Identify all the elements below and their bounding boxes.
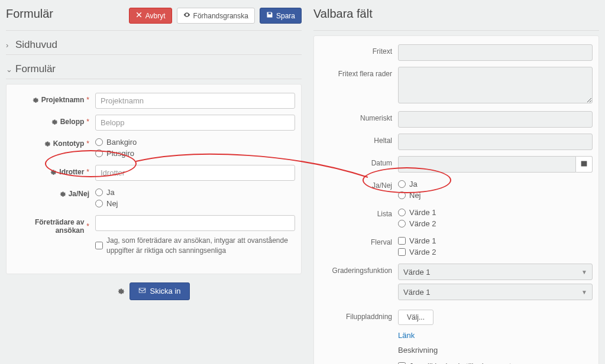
required-mark: *	[86, 139, 89, 148]
flerval-v1-check[interactable]	[398, 237, 406, 245]
plusgiro-label: Plusgiro	[106, 149, 134, 158]
kontotyp-labeltext: Kontotyp	[53, 139, 85, 148]
header-buttons: Avbryt Förhandsgranska Spara	[129, 8, 302, 24]
flerval-v2-check[interactable]	[398, 248, 406, 256]
lank-spacer	[320, 331, 398, 334]
gear-icon[interactable]	[50, 169, 57, 176]
calendar-icon	[580, 160, 588, 169]
foretradare-label: Företrädare av ansökan*	[12, 215, 95, 235]
required-mark: *	[86, 168, 89, 176]
chevron-right-icon: ›	[6, 41, 14, 50]
section-formular[interactable]: ⌄ Formulär	[6, 60, 302, 79]
form-panel: Projektnamn* Belopp* Kontotyp* Bankgiro	[6, 84, 302, 274]
bankgiro-label: Bankgiro	[106, 138, 137, 147]
lista-label: Lista	[320, 207, 398, 218]
beskrivning-text: Beskrivning	[398, 346, 438, 355]
fritext-multi-label: Fritext flera rader	[320, 67, 398, 78]
flerval-v2-label: Värde 2	[409, 248, 436, 256]
gear-icon[interactable]	[33, 97, 39, 103]
gear-icon[interactable]	[44, 141, 51, 147]
bankgiro-radio[interactable]	[95, 138, 103, 146]
required-mark: *	[86, 222, 89, 230]
heltal-label: Heltal	[320, 134, 398, 145]
janej-ja[interactable]: Ja	[95, 187, 295, 198]
right-janej-nej[interactable]: Nej	[398, 190, 593, 201]
belopp-input[interactable]	[95, 115, 295, 131]
heltal-input[interactable]	[398, 134, 593, 150]
filuppladdning-label: Filuppladdning	[320, 310, 398, 321]
submit-button[interactable]: Skicka in	[130, 282, 189, 300]
kopia-check-row[interactable]: Jag vill ha kopia till min e-post	[398, 360, 593, 364]
preview-button[interactable]: Förhandsgranska	[177, 8, 255, 24]
kontotyp-plusgiro[interactable]: Plusgiro	[95, 148, 295, 159]
right-nej-label: Nej	[409, 191, 421, 200]
lista-v1-radio[interactable]	[398, 209, 406, 216]
chevron-down-icon: ⌄	[6, 65, 14, 74]
left-title: Formulär	[6, 4, 53, 28]
required-mark: *	[86, 118, 89, 126]
lank-link[interactable]: Länk	[398, 331, 415, 340]
file-choose-button[interactable]: Välj...	[398, 310, 433, 325]
save-button[interactable]: Spara	[260, 8, 302, 24]
gear-icon[interactable]	[118, 288, 125, 295]
left-header: Formulär Avbryt Förhandsgranska Spara	[6, 4, 302, 31]
abort-button[interactable]: Avbryt	[129, 8, 172, 24]
calendar-button[interactable]	[576, 156, 593, 173]
gear-icon[interactable]	[51, 119, 58, 125]
lista-v2[interactable]: Värde 2	[398, 218, 593, 229]
foretradare-labeltext: Företrädare av ansökan	[12, 218, 84, 235]
datum-input[interactable]	[398, 156, 576, 173]
formular-label: Formulär	[15, 63, 56, 75]
mail-icon	[138, 287, 146, 296]
foretradare-input[interactable]	[95, 215, 295, 231]
lista-v1-label: Värde 1	[409, 208, 436, 217]
janej-label: Ja/Nej	[12, 187, 95, 198]
right-janej-ja[interactable]: Ja	[398, 178, 593, 190]
gradering-value-2: Värde 1	[403, 288, 431, 297]
gear-icon[interactable]	[60, 191, 66, 197]
nej-radio[interactable]	[95, 200, 103, 207]
projektnamn-input[interactable]	[95, 93, 295, 109]
idrotter-input[interactable]	[95, 165, 295, 181]
kontotyp-bankgiro[interactable]: Bankgiro	[95, 136, 295, 148]
beskrivning-spacer	[320, 346, 398, 349]
ja-radio[interactable]	[95, 188, 103, 196]
janej-labeltext: Ja/Nej	[69, 190, 89, 198]
plusgiro-radio[interactable]	[95, 150, 103, 157]
projektnamn-labeltext: Projektnamn	[41, 96, 85, 104]
gradering-label: Graderingsfunktion	[320, 264, 398, 275]
lista-v1[interactable]: Värde 1	[398, 207, 593, 218]
projektnamn-label: Projektnamn*	[12, 93, 95, 104]
section-sidhuvud[interactable]: › Sidhuvud	[6, 35, 302, 55]
right-header: Valbara fält	[313, 4, 599, 31]
kopia-spacer	[320, 360, 398, 363]
flerval-v2[interactable]: Värde 2	[398, 246, 593, 258]
ja-label: Ja	[106, 188, 115, 197]
eye-icon	[183, 11, 190, 20]
gradering-select-1[interactable]: Värde 1▼	[398, 264, 593, 280]
fritext-multi-input[interactable]	[398, 67, 593, 103]
required-mark: *	[86, 96, 89, 104]
lista-v2-radio[interactable]	[398, 220, 406, 228]
right-ja-radio[interactable]	[398, 180, 406, 188]
right-nej-radio[interactable]	[398, 191, 406, 199]
janej-nej[interactable]: Nej	[95, 198, 295, 209]
foretradare-checkbox[interactable]	[95, 242, 103, 249]
caret-down-icon: ▼	[581, 289, 587, 295]
preview-label: Förhandsgranska	[193, 12, 248, 20]
numeriskt-label: Numeriskt	[320, 111, 398, 122]
datum-label: Datum	[320, 156, 398, 167]
gradering-select-2[interactable]: Värde 1▼	[398, 284, 593, 300]
submit-label: Skicka in	[150, 287, 180, 295]
foretradare-check[interactable]: Jag, som företrädare av ansökan, intygar…	[95, 235, 295, 257]
fritext-input[interactable]	[398, 44, 593, 61]
right-title: Valbara fält	[313, 4, 373, 28]
flerval-v1[interactable]: Värde 1	[398, 235, 593, 246]
right-janej-label: Ja/Nej	[320, 178, 398, 190]
submit-row: Skicka in	[6, 282, 302, 300]
belopp-label: Belopp*	[12, 115, 95, 126]
kopia-label: Jag vill ha kopia till min e-post	[409, 362, 512, 364]
idrotter-labeltext: Idrotter	[59, 168, 84, 176]
numeriskt-input[interactable]	[398, 111, 593, 128]
foretradare-helper: Jag, som företrädare av ansökan, intygar…	[106, 236, 295, 256]
